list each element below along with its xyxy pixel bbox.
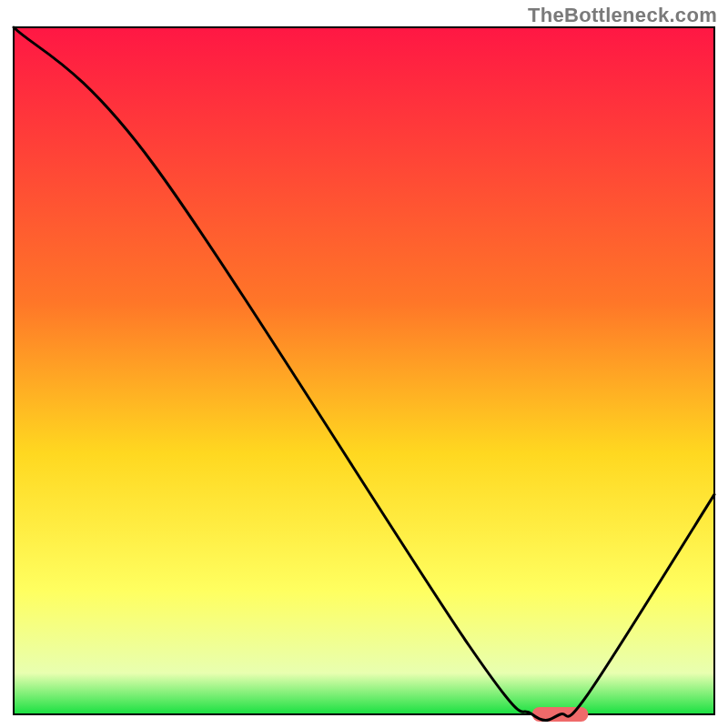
bottleneck-chart [0, 0, 728, 728]
chart-wrapper: TheBottleneck.com [0, 0, 728, 728]
watermark-text: TheBottleneck.com [528, 4, 717, 27]
gradient-background [14, 27, 714, 714]
